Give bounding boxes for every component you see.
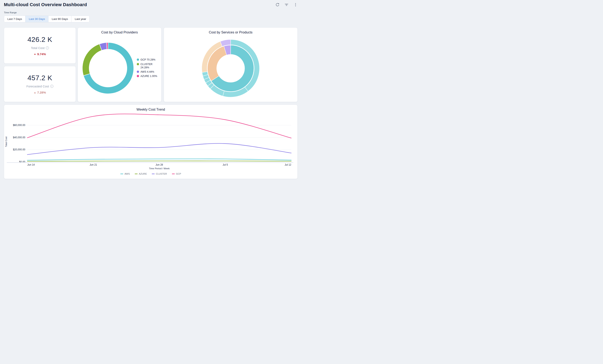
total-cost-card: 426.2 K Total Cost i ▲ 9.74% — [4, 27, 76, 64]
providers-legend: GCP 70.28%CLUSTER 24.28%AWS 4.44%AZURE 1… — [137, 58, 158, 78]
y-tick-label: $60,000.00 — [13, 124, 25, 127]
legend-swatch — [172, 174, 175, 174]
forecasted-cost-delta: ▲ 7.28% — [34, 91, 46, 94]
legend-swatch — [135, 174, 138, 174]
legend-dot — [137, 58, 139, 61]
forecasted-cost-label: Forecasted Cost i — [26, 85, 53, 88]
services-chart-title: Cost by Services or Products — [164, 30, 297, 34]
x-axis-title: Time Period / Week — [149, 167, 170, 170]
legend-text: GCP 70.28% — [140, 58, 155, 61]
trend-line-cluster — [27, 143, 291, 154]
legend-text: CLUSTER — [156, 173, 167, 175]
total-cost-label: Total Cost i — [31, 46, 49, 50]
time-range-option-last-7-days[interactable]: Last 7 Days — [4, 16, 25, 22]
trend-line-azure — [27, 161, 291, 161]
x-tick-label: Jun 21 — [90, 163, 97, 166]
total-cost-delta-value: 9.74% — [37, 52, 46, 56]
legend-item-azure[interactable]: AZURE 1.00% — [137, 75, 158, 78]
total-cost-value: 426.2 K — [27, 35, 52, 44]
forecasted-cost-label-text: Forecasted Cost — [26, 85, 49, 88]
y-tick-label: $20,000.00 — [13, 148, 25, 151]
info-icon[interactable]: i — [46, 46, 49, 49]
trend-legend-item-azure[interactable]: AZURE — [135, 173, 147, 175]
legend-dot — [137, 63, 139, 65]
legend-text: AZURE — [139, 173, 147, 175]
total-cost-delta: ▲ 9.74% — [34, 52, 46, 56]
more-options-icon[interactable] — [293, 2, 298, 7]
legend-text: AZURE 1.00% — [140, 75, 157, 78]
legend-text: CLUSTER 24.28% — [140, 63, 158, 69]
weekly-trend-line-chart: $0.00$20,000.00$40,000.00$60,000.00Jun 1… — [4, 111, 298, 173]
providers-chart-body: GCP 70.28%CLUSTER 24.28%AWS 4.44%AZURE 1… — [80, 36, 160, 100]
trend-line-aws — [27, 159, 291, 160]
legend-item-gcp[interactable]: GCP 70.28% — [137, 58, 158, 61]
time-range-option-last-year[interactable]: Last year — [71, 16, 90, 22]
services-sunburst-chart — [200, 38, 261, 99]
time-range-selector: Last 7 DaysLast 30 DaysLast 90 DaysLast … — [4, 16, 90, 22]
info-icon[interactable]: i — [50, 85, 53, 88]
time-range-option-last-30-days[interactable]: Last 30 Days — [25, 16, 48, 22]
providers-chart-title: Cost by Cloud Providers — [78, 30, 161, 34]
cost-by-services-card: Cost by Services or Products — [164, 27, 298, 102]
donut-slice-cluster[interactable] — [82, 44, 102, 76]
services-chart-body — [164, 36, 297, 100]
x-tick-label: Jul 5 — [223, 163, 228, 166]
forecasted-cost-delta-value: 7.28% — [37, 91, 46, 94]
refresh-icon[interactable] — [275, 2, 280, 7]
legend-dot — [137, 75, 139, 77]
up-arrow-icon: ▲ — [34, 53, 36, 55]
time-range-option-last-90-days[interactable]: Last 90 Days — [48, 16, 71, 22]
trend-legend: AWSAZURECLUSTERGCP — [4, 173, 297, 175]
total-cost-label-text: Total Cost — [31, 46, 45, 50]
weekly-cost-trend-card: Weekly Cost Trend $0.00$20,000.00$40,000… — [4, 105, 298, 179]
legend-item-cluster[interactable]: CLUSTER 24.28% — [137, 63, 158, 69]
filter-icon[interactable] — [284, 2, 289, 7]
legend-swatch — [152, 174, 155, 174]
header-actions — [275, 2, 298, 7]
trend-legend-item-aws[interactable]: AWS — [120, 173, 130, 175]
x-tick-label: Jun 28 — [155, 163, 163, 166]
legend-text: AWS — [125, 173, 130, 175]
dashboard-page: Multi-cloud Cost Overview Dashboard Time… — [0, 0, 302, 182]
y-tick-label: $40,000.00 — [13, 136, 25, 139]
legend-text: GCP — [176, 173, 181, 175]
legend-dot — [137, 71, 139, 73]
cost-by-providers-card: Cost by Cloud Providers GCP 70.28%CLUSTE… — [78, 27, 162, 102]
legend-text: AWS 4.44% — [140, 70, 154, 73]
legend-swatch — [120, 174, 123, 174]
forecasted-cost-card: 457.2 K Forecasted Cost i ▲ 7.28% — [4, 66, 76, 102]
forecasted-cost-value: 457.2 K — [27, 74, 52, 82]
trend-line-gcp — [27, 114, 291, 138]
y-tick-label: $0.00 — [19, 160, 25, 163]
providers-donut-chart — [82, 42, 134, 94]
time-range-label: Time Range — [4, 11, 17, 14]
trend-legend-item-cluster[interactable]: CLUSTER — [152, 173, 167, 175]
y-axis-title: Total Cost — [5, 136, 7, 147]
up-arrow-icon: ▲ — [34, 91, 36, 94]
page-title: Multi-cloud Cost Overview Dashboard — [4, 2, 87, 7]
legend-item-aws[interactable]: AWS 4.44% — [137, 70, 158, 73]
x-tick-label: Jul 12 — [285, 163, 291, 166]
trend-legend-item-gcp[interactable]: GCP — [172, 173, 181, 175]
donut-slice-azure[interactable] — [106, 43, 108, 49]
x-tick-label: Jun 14 — [27, 163, 35, 166]
